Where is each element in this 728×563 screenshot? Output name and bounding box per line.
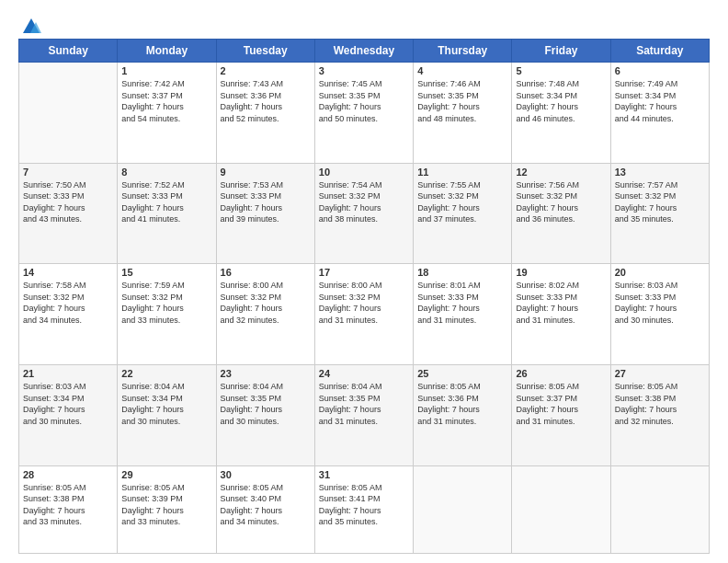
day-number: 7 [23, 167, 113, 178]
day-info: Sunrise: 8:04 AM Sunset: 3:35 PM Dayligh… [319, 381, 409, 427]
day-number: 9 [221, 167, 311, 178]
calendar-table: SundayMondayTuesdayWednesdayThursdayFrid… [18, 39, 710, 554]
calendar-cell: 12Sunrise: 7:56 AM Sunset: 3:32 PM Dayli… [512, 163, 610, 264]
day-number: 31 [319, 469, 409, 480]
day-info: Sunrise: 8:05 AM Sunset: 3:39 PM Dayligh… [121, 482, 211, 528]
calendar-cell: 19Sunrise: 8:02 AM Sunset: 3:33 PM Dayli… [512, 264, 610, 365]
weekday-header-saturday: Saturday [610, 40, 709, 63]
day-number: 18 [417, 267, 507, 278]
calendar-cell: 3Sunrise: 7:45 AM Sunset: 3:35 PM Daylig… [314, 63, 413, 164]
calendar-cell: 26Sunrise: 8:05 AM Sunset: 3:37 PM Dayli… [512, 364, 610, 465]
day-number: 28 [23, 469, 113, 480]
calendar-cell: 20Sunrise: 8:03 AM Sunset: 3:33 PM Dayli… [610, 264, 709, 365]
calendar-cell: 17Sunrise: 8:00 AM Sunset: 3:32 PM Dayli… [314, 264, 413, 365]
calendar-week-row: 7Sunrise: 7:50 AM Sunset: 3:33 PM Daylig… [19, 163, 710, 264]
day-number: 12 [516, 167, 606, 178]
calendar-cell: 25Sunrise: 8:05 AM Sunset: 3:36 PM Dayli… [414, 364, 512, 465]
day-info: Sunrise: 8:05 AM Sunset: 3:40 PM Dayligh… [221, 482, 311, 528]
day-info: Sunrise: 8:05 AM Sunset: 3:38 PM Dayligh… [615, 381, 705, 427]
day-info: Sunrise: 7:54 AM Sunset: 3:32 PM Dayligh… [319, 179, 409, 225]
day-info: Sunrise: 7:45 AM Sunset: 3:35 PM Dayligh… [319, 78, 409, 124]
day-number: 6 [615, 65, 705, 76]
logo [18, 17, 41, 33]
day-info: Sunrise: 7:55 AM Sunset: 3:32 PM Dayligh… [417, 179, 507, 225]
calendar-cell [610, 465, 709, 553]
day-number: 15 [121, 267, 211, 278]
calendar-cell: 1Sunrise: 7:42 AM Sunset: 3:37 PM Daylig… [118, 63, 216, 164]
day-info: Sunrise: 7:49 AM Sunset: 3:34 PM Dayligh… [615, 78, 705, 124]
weekday-header-wednesday: Wednesday [314, 40, 413, 63]
day-info: Sunrise: 8:03 AM Sunset: 3:33 PM Dayligh… [615, 280, 705, 326]
calendar-cell: 15Sunrise: 7:59 AM Sunset: 3:32 PM Dayli… [118, 264, 216, 365]
calendar-cell [512, 465, 610, 553]
weekday-header-row: SundayMondayTuesdayWednesdayThursdayFrid… [19, 40, 710, 63]
day-number: 10 [319, 167, 409, 178]
day-number: 14 [23, 267, 113, 278]
day-info: Sunrise: 7:48 AM Sunset: 3:34 PM Dayligh… [516, 78, 606, 124]
calendar-cell: 28Sunrise: 8:05 AM Sunset: 3:38 PM Dayli… [19, 465, 118, 553]
calendar-cell: 27Sunrise: 8:05 AM Sunset: 3:38 PM Dayli… [610, 364, 709, 465]
day-info: Sunrise: 8:01 AM Sunset: 3:33 PM Dayligh… [417, 280, 507, 326]
day-info: Sunrise: 8:05 AM Sunset: 3:38 PM Dayligh… [23, 482, 113, 528]
day-info: Sunrise: 7:56 AM Sunset: 3:32 PM Dayligh… [516, 179, 606, 225]
day-number: 3 [319, 65, 409, 76]
day-number: 16 [221, 267, 311, 278]
calendar-cell: 21Sunrise: 8:03 AM Sunset: 3:34 PM Dayli… [19, 364, 118, 465]
header [18, 17, 710, 33]
day-number: 11 [417, 167, 507, 178]
calendar-cell: 16Sunrise: 8:00 AM Sunset: 3:32 PM Dayli… [216, 264, 314, 365]
day-number: 8 [121, 167, 211, 178]
day-info: Sunrise: 7:46 AM Sunset: 3:35 PM Dayligh… [417, 78, 507, 124]
day-number: 1 [121, 65, 211, 76]
day-number: 5 [516, 65, 606, 76]
calendar-cell: 7Sunrise: 7:50 AM Sunset: 3:33 PM Daylig… [19, 163, 118, 264]
calendar-cell [19, 63, 118, 164]
day-number: 20 [615, 267, 705, 278]
day-info: Sunrise: 8:04 AM Sunset: 3:34 PM Dayligh… [121, 381, 211, 427]
day-info: Sunrise: 8:03 AM Sunset: 3:34 PM Dayligh… [23, 381, 113, 427]
day-number: 29 [121, 469, 211, 480]
day-info: Sunrise: 7:52 AM Sunset: 3:33 PM Dayligh… [121, 179, 211, 225]
calendar-week-row: 1Sunrise: 7:42 AM Sunset: 3:37 PM Daylig… [19, 63, 710, 164]
calendar-cell [414, 465, 512, 553]
page: SundayMondayTuesdayWednesdayThursdayFrid… [0, 0, 728, 563]
day-info: Sunrise: 7:50 AM Sunset: 3:33 PM Dayligh… [23, 179, 113, 225]
day-info: Sunrise: 7:58 AM Sunset: 3:32 PM Dayligh… [23, 280, 113, 326]
day-number: 21 [23, 368, 113, 379]
day-info: Sunrise: 7:43 AM Sunset: 3:36 PM Dayligh… [221, 78, 311, 124]
calendar-cell: 14Sunrise: 7:58 AM Sunset: 3:32 PM Dayli… [19, 264, 118, 365]
calendar-cell: 22Sunrise: 8:04 AM Sunset: 3:34 PM Dayli… [118, 364, 216, 465]
day-info: Sunrise: 7:57 AM Sunset: 3:32 PM Dayligh… [615, 179, 705, 225]
day-info: Sunrise: 8:02 AM Sunset: 3:33 PM Dayligh… [516, 280, 606, 326]
day-number: 13 [615, 167, 705, 178]
day-info: Sunrise: 7:53 AM Sunset: 3:33 PM Dayligh… [221, 179, 311, 225]
calendar-cell: 9Sunrise: 7:53 AM Sunset: 3:33 PM Daylig… [216, 163, 314, 264]
calendar-cell: 4Sunrise: 7:46 AM Sunset: 3:35 PM Daylig… [414, 63, 512, 164]
weekday-header-sunday: Sunday [19, 40, 118, 63]
weekday-header-thursday: Thursday [414, 40, 512, 63]
day-number: 2 [221, 65, 311, 76]
calendar-cell: 11Sunrise: 7:55 AM Sunset: 3:32 PM Dayli… [414, 163, 512, 264]
day-info: Sunrise: 8:05 AM Sunset: 3:41 PM Dayligh… [319, 482, 409, 528]
day-number: 17 [319, 267, 409, 278]
calendar-cell: 30Sunrise: 8:05 AM Sunset: 3:40 PM Dayli… [216, 465, 314, 553]
calendar-cell: 23Sunrise: 8:04 AM Sunset: 3:35 PM Dayli… [216, 364, 314, 465]
calendar-cell: 10Sunrise: 7:54 AM Sunset: 3:32 PM Dayli… [314, 163, 413, 264]
day-info: Sunrise: 8:05 AM Sunset: 3:37 PM Dayligh… [516, 381, 606, 427]
day-info: Sunrise: 7:59 AM Sunset: 3:32 PM Dayligh… [121, 280, 211, 326]
calendar-cell: 31Sunrise: 8:05 AM Sunset: 3:41 PM Dayli… [314, 465, 413, 553]
calendar-week-row: 21Sunrise: 8:03 AM Sunset: 3:34 PM Dayli… [19, 364, 710, 465]
calendar-cell: 24Sunrise: 8:04 AM Sunset: 3:35 PM Dayli… [314, 364, 413, 465]
day-number: 4 [417, 65, 507, 76]
calendar-week-row: 14Sunrise: 7:58 AM Sunset: 3:32 PM Dayli… [19, 264, 710, 365]
day-info: Sunrise: 8:00 AM Sunset: 3:32 PM Dayligh… [319, 280, 409, 326]
day-info: Sunrise: 8:00 AM Sunset: 3:32 PM Dayligh… [221, 280, 311, 326]
day-number: 24 [319, 368, 409, 379]
calendar-cell: 5Sunrise: 7:48 AM Sunset: 3:34 PM Daylig… [512, 63, 610, 164]
day-number: 30 [221, 469, 311, 480]
calendar-cell: 2Sunrise: 7:43 AM Sunset: 3:36 PM Daylig… [216, 63, 314, 164]
day-number: 23 [221, 368, 311, 379]
calendar-cell: 29Sunrise: 8:05 AM Sunset: 3:39 PM Dayli… [118, 465, 216, 553]
weekday-header-friday: Friday [512, 40, 610, 63]
day-info: Sunrise: 8:05 AM Sunset: 3:36 PM Dayligh… [417, 381, 507, 427]
